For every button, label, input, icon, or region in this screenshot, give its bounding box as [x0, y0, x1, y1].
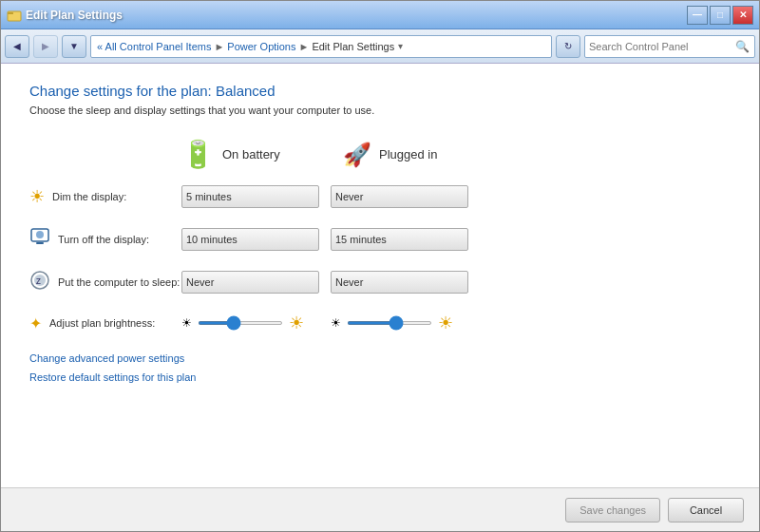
- svg-rect-4: [36, 242, 44, 244]
- search-box: 🔍: [584, 35, 755, 58]
- sleep-icon: z: [29, 270, 50, 294]
- settings-grid: ☀ Dim the display: 5 minutes 1 minute 2 …: [29, 185, 731, 333]
- breadcrumb-sep-2: ►: [299, 41, 310, 52]
- col-header-battery: 🔋 On battery: [181, 139, 343, 170]
- search-input[interactable]: [589, 41, 733, 52]
- plugged-icon: 🚀: [343, 142, 371, 168]
- title-bar-buttons: — □ ✕: [687, 6, 753, 25]
- sleep-label: Put the computer to sleep:: [58, 276, 180, 288]
- setting-sleep-label-area: z Put the computer to sleep:: [29, 270, 181, 294]
- recent-pages-button[interactable]: ▼: [62, 35, 86, 58]
- cancel-button[interactable]: Cancel: [668, 498, 744, 522]
- window-icon: [7, 8, 22, 23]
- svg-rect-1: [8, 12, 13, 14]
- brightness-icon: ✦: [29, 314, 42, 332]
- svg-point-3: [36, 231, 44, 238]
- setting-row-dim: ☀ Dim the display: 5 minutes 1 minute 2 …: [29, 185, 731, 208]
- title-bar: Edit Plan Settings — □ ✕: [1, 1, 759, 29]
- setting-dim-label-area: ☀ Dim the display:: [29, 186, 181, 207]
- brightness-plugged-group: ☀ ☀: [331, 313, 468, 333]
- col-header-plugged: 🚀 Plugged in: [343, 142, 504, 168]
- breadcrumb-dropdown-arrow[interactable]: ▾: [398, 41, 403, 51]
- restore-defaults-link[interactable]: Restore default settings for this plan: [29, 371, 731, 383]
- battery-icon: 🔋: [181, 139, 215, 170]
- dim-display-icon: ☀: [29, 186, 45, 207]
- turn-off-battery-select[interactable]: 10 minutes 1 minute 2 minutes 3 minutes …: [181, 228, 319, 251]
- brightness-plugged-slider[interactable]: [347, 321, 432, 325]
- sleep-plugged-select[interactable]: Never 1 minute 5 minutes 10 minutes 15 m…: [331, 271, 468, 294]
- dim-display-label: Dim the display:: [52, 191, 126, 202]
- search-icon[interactable]: 🔍: [733, 38, 750, 55]
- turn-off-display-controls: 10 minutes 1 minute 2 minutes 3 minutes …: [181, 228, 468, 251]
- breadcrumb-current: Edit Plan Settings: [312, 41, 394, 52]
- column-headers: 🔋 On battery 🚀 Plugged in: [29, 139, 731, 170]
- advanced-power-settings-link[interactable]: Change advanced power settings: [29, 352, 731, 364]
- breadcrumb-power-options[interactable]: Power Options: [227, 41, 295, 52]
- brightness-battery-sun-large: ☀: [289, 313, 304, 333]
- dim-display-battery-select[interactable]: 5 minutes 1 minute 2 minutes 3 minutes 1…: [181, 185, 319, 208]
- breadcrumb: « All Control Panel Items ► Power Option…: [90, 35, 552, 58]
- sleep-battery-select[interactable]: Never 1 minute 5 minutes 10 minutes 15 m…: [181, 271, 319, 294]
- turn-off-plugged-select[interactable]: 15 minutes 1 minute 5 minutes 10 minutes…: [331, 228, 468, 251]
- forward-button[interactable]: ▶: [33, 35, 58, 58]
- brightness-plugged-sun-small: ☀: [331, 316, 341, 330]
- setting-row-turn-off: Turn off the display: 10 minutes 1 minut…: [29, 227, 731, 251]
- window-title: Edit Plan Settings: [26, 9, 687, 22]
- address-bar: ◀ ▶ ▼ « All Control Panel Items ► Power …: [1, 29, 759, 64]
- brightness-plugged-sun-large: ☀: [438, 313, 453, 333]
- main-window: Edit Plan Settings — □ ✕ ◀ ▶ ▼ « All Con…: [0, 0, 760, 532]
- page-title: Change settings for the plan: Balanced: [29, 83, 731, 99]
- breadcrumb-sep-1: ►: [214, 41, 224, 52]
- turn-off-display-icon: [29, 227, 50, 251]
- dim-display-plugged-select[interactable]: Never 5 minutes 10 minutes 15 minutes 20…: [331, 185, 468, 208]
- brightness-battery-sun-small: ☀: [181, 316, 192, 330]
- setting-turnoff-label-area: Turn off the display:: [29, 227, 181, 251]
- brightness-label: Adjust plan brightness:: [49, 317, 155, 329]
- content-area: Change settings for the plan: Balanced C…: [1, 64, 759, 487]
- save-changes-button[interactable]: Save changes: [565, 498, 660, 522]
- brightness-battery-group: ☀ ☀: [181, 313, 319, 333]
- svg-text:z: z: [36, 276, 41, 286]
- turn-off-display-label: Turn off the display:: [58, 234, 149, 245]
- col-battery-label: On battery: [222, 147, 280, 162]
- footer: Save changes Cancel: [1, 487, 759, 531]
- minimize-button[interactable]: —: [687, 6, 708, 25]
- setting-row-sleep: z Put the computer to sleep: Never 1 min…: [29, 270, 731, 294]
- refresh-button[interactable]: ↻: [556, 35, 580, 58]
- sleep-controls: Never 1 minute 5 minutes 10 minutes 15 m…: [181, 271, 468, 294]
- link-section: Change advanced power settings Restore d…: [29, 352, 731, 383]
- maximize-button[interactable]: □: [710, 6, 731, 25]
- back-button[interactable]: ◀: [5, 35, 29, 58]
- brightness-battery-slider[interactable]: [198, 321, 283, 325]
- brightness-controls: ☀ ☀ ☀ ☀: [181, 313, 468, 333]
- dim-display-controls: 5 minutes 1 minute 2 minutes 3 minutes 1…: [181, 185, 468, 208]
- brightness-label-area: ✦ Adjust plan brightness:: [29, 314, 181, 332]
- page-subtitle: Choose the sleep and display settings th…: [29, 104, 731, 116]
- setting-row-brightness: ✦ Adjust plan brightness: ☀ ☀ ☀ ☀: [29, 313, 731, 333]
- col-plugged-label: Plugged in: [379, 147, 437, 162]
- breadcrumb-control-panel[interactable]: « All Control Panel Items: [97, 41, 211, 52]
- close-button[interactable]: ✕: [732, 6, 753, 25]
